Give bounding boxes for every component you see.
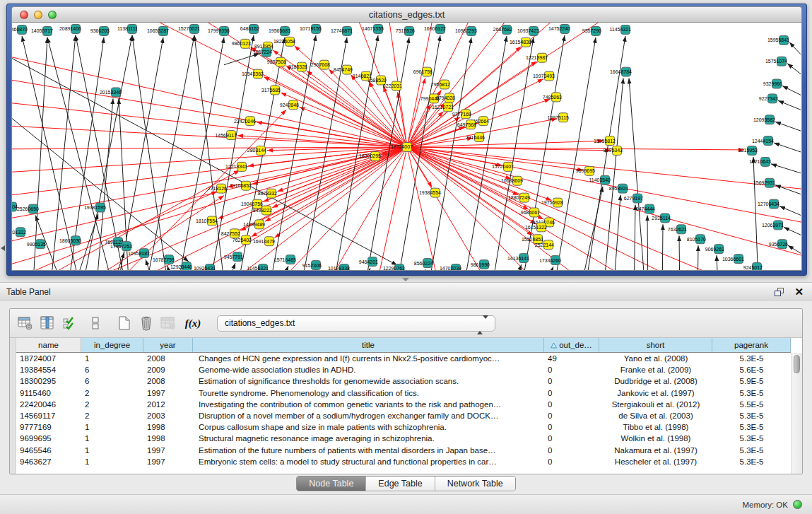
tab-edge-table[interactable]: Edge Table bbox=[366, 477, 435, 491]
graph-edge[interactable] bbox=[407, 147, 744, 150]
graph-edge[interactable] bbox=[429, 37, 471, 270]
graph-edge[interactable] bbox=[407, 147, 782, 270]
graph-edge[interactable] bbox=[717, 255, 719, 270]
graph-edge[interactable] bbox=[178, 37, 224, 270]
graph-edge[interactable] bbox=[634, 205, 635, 270]
table-panel-title: Table Panel bbox=[6, 283, 51, 301]
graph-edge[interactable] bbox=[407, 147, 543, 219]
column-header-short[interactable]: short bbox=[599, 338, 712, 352]
table-row[interactable]: 1456911722003Disruption of a novel membe… bbox=[16, 410, 791, 421]
row-height-icon[interactable] bbox=[86, 314, 105, 332]
table-row[interactable]: 946554611997Estimation of the future num… bbox=[16, 445, 791, 456]
import-table-icon[interactable] bbox=[159, 314, 177, 332]
column-header-year[interactable]: year bbox=[143, 338, 193, 352]
graph-node-label: 12740871 bbox=[331, 28, 353, 33]
graph-node-label: 8095343 bbox=[604, 148, 623, 153]
graph-edge[interactable] bbox=[83, 35, 132, 270]
graph-edge[interactable] bbox=[782, 86, 801, 95]
graph-edge[interactable] bbox=[407, 147, 726, 270]
network-canvas-svg[interactable]: 1872400718300295157204071068860918807249… bbox=[12, 23, 801, 270]
float-window-icon[interactable] bbox=[774, 287, 785, 297]
graph-edge[interactable] bbox=[411, 269, 425, 270]
graph-edge[interactable] bbox=[259, 147, 407, 270]
graph-edge[interactable] bbox=[522, 35, 565, 270]
graph-edge[interactable] bbox=[464, 36, 507, 270]
graph-node-label: 9227343 bbox=[759, 96, 778, 101]
close-panel-icon[interactable]: ✕ bbox=[794, 285, 804, 299]
splitter-handle-icon[interactable] bbox=[402, 278, 409, 281]
graph-edge[interactable] bbox=[12, 147, 407, 270]
graph-edge[interactable] bbox=[273, 266, 288, 270]
graph-node-label: 9152306 bbox=[302, 263, 322, 268]
graph-edge[interactable] bbox=[789, 42, 801, 54]
graph-edge[interactable] bbox=[224, 54, 259, 65]
new-document-icon[interactable] bbox=[115, 314, 134, 332]
graph-edge[interactable] bbox=[539, 267, 553, 270]
table-selector-dropdown[interactable]: citations_edges.txt bbox=[217, 315, 495, 332]
cell-short: Stergiakouli et al. (2012) bbox=[599, 399, 712, 410]
graph-edge[interactable] bbox=[22, 36, 79, 270]
show-column-icon[interactable] bbox=[38, 314, 57, 332]
memory-status-icon[interactable] bbox=[793, 500, 802, 509]
graph-edge[interactable] bbox=[407, 141, 604, 147]
column-header-pagerank[interactable]: pagerank bbox=[712, 338, 791, 352]
table-row[interactable]: 1872400712008Changes of HCN gene express… bbox=[16, 353, 791, 364]
tab-node-table[interactable]: Node Table bbox=[297, 477, 366, 491]
graph-edge[interactable] bbox=[407, 147, 801, 226]
edit-values-icon[interactable] bbox=[60, 314, 78, 332]
column-header-title[interactable]: title bbox=[193, 338, 544, 352]
graph-node-label: 16782759 bbox=[153, 257, 175, 262]
table-row[interactable]: 946362711997Embryonic stem cells: a mode… bbox=[16, 456, 791, 467]
graph-edge[interactable] bbox=[12, 147, 407, 149]
scrollbar-thumb[interactable] bbox=[794, 355, 800, 373]
column-header-out_de[interactable]: out_de… bbox=[544, 338, 599, 352]
network-window-titlebar[interactable]: citations_edges.txt bbox=[11, 6, 802, 23]
table-row[interactable]: 911546021997Tourette syndrome. Phenomeno… bbox=[16, 387, 791, 399]
graph-edge[interactable] bbox=[286, 66, 407, 147]
graph-edge[interactable] bbox=[778, 100, 801, 110]
graph-edge[interactable] bbox=[698, 245, 698, 270]
network-window[interactable]: citations_edges.txt 18724007183002951572… bbox=[6, 4, 807, 276]
table-row[interactable]: 969969511998Structural magnetic resonanc… bbox=[16, 433, 791, 444]
column-header-in_degree[interactable]: in_degree bbox=[81, 338, 143, 352]
table-row[interactable]: 977716911998Corpus callosum shape and si… bbox=[16, 421, 791, 433]
graph-edge[interactable] bbox=[407, 147, 801, 262]
cell-year: 2008 bbox=[143, 353, 193, 364]
table-row[interactable]: 1830029562008Estimation of significance … bbox=[16, 375, 791, 387]
vertical-scrollbar[interactable] bbox=[792, 353, 802, 474]
graph-edge[interactable] bbox=[146, 147, 407, 270]
graph-edge[interactable] bbox=[629, 78, 645, 270]
table-row[interactable]: 1938455462009Genome-wide association stu… bbox=[16, 364, 791, 375]
graph-node-label: 11381111 bbox=[117, 26, 138, 31]
cell-year: 1997 bbox=[143, 456, 193, 467]
cell-out_de: 0 bbox=[544, 399, 599, 410]
graph-edge[interactable] bbox=[555, 37, 596, 270]
graph-edge[interactable] bbox=[613, 195, 620, 270]
graph-edge[interactable] bbox=[12, 51, 397, 265]
delete-table-icon[interactable] bbox=[137, 314, 155, 332]
graph-edge[interactable] bbox=[784, 227, 801, 235]
graph-edge[interactable] bbox=[493, 37, 534, 270]
cell-short: Hescheler et al. (1997) bbox=[599, 456, 712, 467]
graph-edge[interactable] bbox=[194, 35, 224, 270]
graph-edge[interactable] bbox=[774, 143, 801, 152]
graph-edge[interactable] bbox=[662, 224, 663, 270]
graph-edge[interactable] bbox=[775, 185, 801, 194]
graph-edge[interactable] bbox=[407, 147, 502, 165]
graph-edge[interactable] bbox=[779, 206, 801, 216]
graph-edge[interactable] bbox=[281, 93, 407, 147]
tab-network-table[interactable]: Network Table bbox=[435, 477, 515, 491]
graph-edge[interactable] bbox=[775, 122, 801, 131]
graph-edge[interactable] bbox=[69, 37, 104, 270]
splitter-collapse-icon[interactable] bbox=[1, 245, 5, 251]
column-header-name[interactable]: name bbox=[16, 338, 81, 352]
graph-edge[interactable] bbox=[787, 64, 801, 74]
function-builder-icon[interactable]: f(x) bbox=[184, 314, 202, 332]
network-canvas[interactable]: 1872400718300295157204071068860918807249… bbox=[11, 22, 802, 271]
table-row[interactable]: 2242004622012Investigating the contribut… bbox=[16, 399, 791, 410]
table-settings-icon[interactable] bbox=[16, 314, 35, 332]
graph-edge[interactable] bbox=[771, 164, 801, 173]
cell-short: Wolkin et al. (1998) bbox=[599, 433, 712, 444]
graph-edge[interactable] bbox=[647, 215, 648, 270]
graph-edge[interactable] bbox=[679, 235, 680, 270]
